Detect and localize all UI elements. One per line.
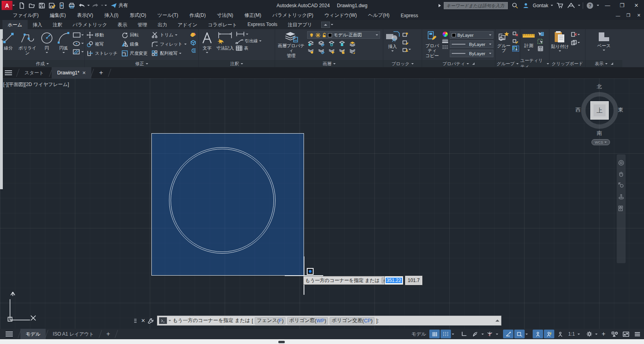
option-cpolygon-button[interactable]: ポリゴン交差(CP) bbox=[330, 317, 374, 324]
doc-close-button[interactable]: ✕ bbox=[634, 12, 644, 19]
dynamic-input-y-field[interactable]: 101.7 bbox=[405, 276, 422, 285]
rectangle-dropdown-icon[interactable] bbox=[81, 34, 84, 37]
layer-isolate-button[interactable] bbox=[318, 40, 324, 46]
close-button[interactable]: ✕ bbox=[630, 1, 642, 10]
paste-button[interactable]: 貼り付け bbox=[550, 30, 570, 53]
layout-tab-model[interactable]: モデル bbox=[20, 329, 46, 339]
new-drawing-button[interactable] bbox=[17, 1, 26, 10]
workspace-dropdown-icon[interactable] bbox=[595, 334, 598, 336]
polyline-button[interactable]: ポリライン bbox=[17, 30, 38, 56]
menu-insert[interactable]: 挿入(I) bbox=[99, 11, 124, 20]
group-button[interactable]: グループ bbox=[496, 30, 511, 53]
tab-output[interactable]: 出力 bbox=[153, 20, 173, 29]
tab-view[interactable]: 表示 bbox=[113, 20, 133, 29]
leader-dropdown-icon[interactable] bbox=[259, 40, 262, 43]
hatch-dropdown-icon[interactable] bbox=[81, 51, 84, 54]
save-button[interactable] bbox=[37, 1, 46, 10]
base-dropdown-icon[interactable] bbox=[603, 50, 605, 52]
layer-match-button[interactable] bbox=[318, 48, 324, 54]
hatch-button[interactable] bbox=[72, 49, 84, 55]
panel-modify-label[interactable]: 修正 bbox=[85, 60, 198, 67]
select-similar-button[interactable] bbox=[537, 38, 544, 44]
workspace-switching-button[interactable] bbox=[584, 330, 594, 338]
circle-dropdown-icon[interactable] bbox=[46, 52, 48, 54]
copy-clip-button[interactable] bbox=[571, 40, 578, 46]
polar-tracking-toggle[interactable] bbox=[470, 330, 481, 338]
menu-modify[interactable]: 修正(M) bbox=[239, 11, 267, 20]
quick-select-button[interactable] bbox=[537, 31, 544, 37]
circle-button[interactable]: 円 bbox=[39, 30, 55, 55]
navbar-showmotion-icon[interactable] bbox=[618, 206, 624, 211]
status-space-label[interactable]: モデル bbox=[411, 331, 426, 338]
explode-button[interactable] bbox=[190, 40, 197, 46]
navbar-pan-icon[interactable] bbox=[618, 171, 624, 177]
measure-dropdown-icon[interactable] bbox=[527, 50, 530, 52]
command-history-expand-icon[interactable] bbox=[495, 318, 499, 322]
search-icon[interactable] bbox=[510, 1, 519, 10]
text-dropdown-icon[interactable] bbox=[206, 52, 208, 54]
panel-groups-label[interactable]: グループ bbox=[495, 60, 520, 67]
arc-dropdown-icon[interactable] bbox=[62, 52, 65, 54]
layer-properties-button[interactable]: 画層プロパティ 管理 bbox=[276, 30, 306, 58]
lineweight-combo-dropdown-icon[interactable] bbox=[489, 44, 491, 46]
undo-button[interactable] bbox=[77, 1, 86, 10]
attribute-manager-button[interactable] bbox=[402, 46, 409, 52]
command-input-field[interactable]: もう一方のコーナーを指定 または [ フェンス(F) ポリゴン窓(WP) ポリゴ… bbox=[157, 316, 501, 326]
layer-combo-dropdown-icon[interactable] bbox=[376, 34, 378, 37]
doc-minimize-button[interactable]: — bbox=[613, 12, 623, 19]
drawing-canvas[interactable]: [-][平面図][2D ワイヤフレーム] 上 北 南 西 東 WCS bbox=[0, 78, 644, 329]
annotation-scale-dropdown-icon[interactable] bbox=[578, 334, 580, 336]
group-selection-toggle-button[interactable] bbox=[512, 46, 519, 52]
panel-draw-label[interactable]: 作成 bbox=[0, 60, 85, 67]
view-dialog-launcher-icon[interactable] bbox=[611, 62, 613, 65]
ribbon-collapse-dropdown-icon[interactable] bbox=[331, 24, 333, 26]
layer-order-button[interactable] bbox=[349, 40, 356, 46]
stretch-button[interactable]: ストレッチ bbox=[86, 49, 118, 58]
save-as-button[interactable] bbox=[47, 1, 56, 10]
edit-attribute-button[interactable] bbox=[402, 39, 409, 45]
menu-view[interactable]: 表示(V) bbox=[71, 11, 99, 20]
tab-manage[interactable]: 管理 bbox=[133, 20, 153, 29]
ortho-mode-toggle[interactable] bbox=[459, 330, 469, 338]
object-snap-dropdown-icon[interactable] bbox=[525, 334, 528, 336]
minimize-button[interactable]: — bbox=[602, 1, 614, 10]
isodraft-dropdown-icon[interactable] bbox=[496, 334, 498, 336]
viewcube-top-face[interactable]: 上 bbox=[590, 101, 609, 120]
app-menu-button[interactable]: A bbox=[0, 1, 15, 10]
lineweight-combo[interactable]: ByLayer bbox=[450, 40, 493, 48]
tab-addins[interactable]: アドイン bbox=[173, 20, 203, 29]
array-dropdown-icon[interactable] bbox=[179, 53, 181, 55]
copy-clip-dropdown-icon[interactable] bbox=[578, 42, 580, 44]
option-fence-button[interactable]: フェンス(F) bbox=[255, 317, 286, 324]
collapsed-palette-strip[interactable] bbox=[0, 29, 3, 189]
customization-plus-button[interactable]: + bbox=[598, 330, 609, 338]
app-store-cart-icon[interactable] bbox=[555, 1, 564, 10]
layer-on-row-button[interactable] bbox=[307, 48, 314, 54]
menu-window[interactable]: ウィンドウ(W) bbox=[319, 11, 362, 20]
redo-button[interactable] bbox=[91, 1, 100, 10]
menu-edit[interactable]: 編集(E) bbox=[44, 11, 71, 20]
option-wpolygon-button[interactable]: ポリゴン窓(WP) bbox=[287, 317, 328, 324]
color-combo-dropdown-icon[interactable] bbox=[489, 34, 491, 37]
leader-button[interactable]: 引出線 bbox=[235, 38, 262, 44]
command-line-close-icon[interactable]: ✕ bbox=[139, 318, 148, 324]
panel-utilities-label[interactable]: ユーティリティ bbox=[520, 60, 549, 67]
polar-dropdown-icon[interactable] bbox=[481, 334, 484, 336]
save-web-mobile-button[interactable] bbox=[57, 1, 66, 10]
navbar-wheel-icon[interactable] bbox=[618, 160, 624, 166]
autodesk-logo-icon[interactable] bbox=[567, 1, 576, 10]
join-button[interactable] bbox=[190, 48, 197, 54]
rotate-button[interactable]: 回転 bbox=[121, 30, 148, 40]
copy-button[interactable]: 複写 bbox=[86, 40, 118, 49]
cut-dropdown-icon[interactable] bbox=[578, 34, 580, 36]
status-bar-menu-icon[interactable] bbox=[632, 330, 642, 338]
menu-format[interactable]: 形式(O) bbox=[124, 11, 152, 20]
tab-insert[interactable]: 挿入 bbox=[28, 20, 48, 29]
tab-featured-apps[interactable]: 注目アプリ bbox=[283, 20, 318, 29]
search-expand-icon[interactable] bbox=[438, 4, 441, 8]
command-line-drag-handle[interactable] bbox=[132, 319, 139, 323]
help-dropdown-icon[interactable] bbox=[597, 5, 599, 7]
trim-button[interactable]: トリム bbox=[151, 30, 187, 40]
object-snap-tracking-toggle[interactable] bbox=[503, 330, 513, 338]
erase-button[interactable] bbox=[190, 32, 197, 38]
